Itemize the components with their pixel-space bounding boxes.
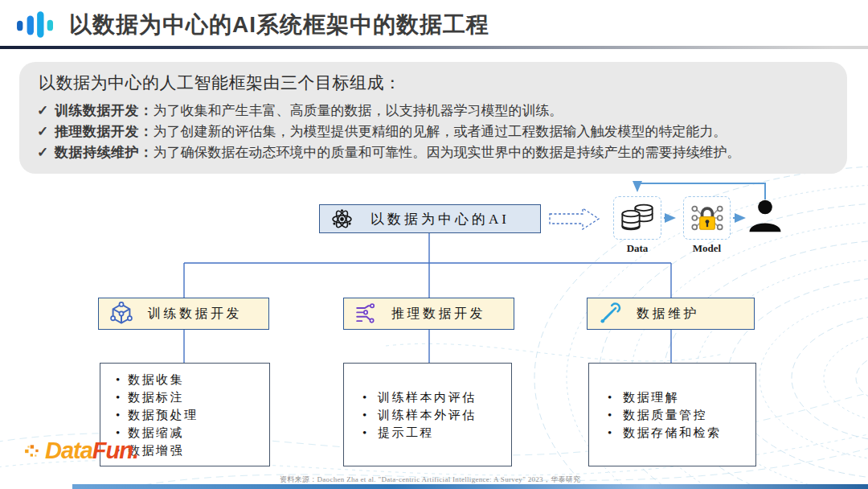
list-item: 训练样本外评估 xyxy=(354,406,511,424)
branch-box-training-data: 训练数据开发 xyxy=(98,298,269,330)
list-item: 数据预处理 xyxy=(110,406,269,424)
data-node-label: Data xyxy=(613,242,661,255)
branch-list-data-maintenance: 数据理解 数据质量管控 数据存储和检索 xyxy=(588,363,756,466)
circuit-icon xyxy=(354,302,377,325)
list-item: 数据理解 xyxy=(599,388,755,406)
model-node xyxy=(683,196,731,240)
datafun-logo: DataFun. xyxy=(24,438,138,464)
list-item: 提示工程 xyxy=(354,424,511,442)
tools-icon xyxy=(598,302,622,326)
slide: 以数据为中心的AI系统框架中的数据工程 以数据为中心的人工智能框架由三个目标组成… xyxy=(0,0,868,489)
branch-box-data-maintenance: 数据维护 xyxy=(587,298,755,330)
logo-text-fun: Fun. xyxy=(92,438,138,463)
list-item: 数据收集 xyxy=(110,371,269,388)
root-node-label: 以数据为中心的AI xyxy=(371,210,510,228)
locked-model-icon xyxy=(689,202,726,234)
list-item: 训练样本内评估 xyxy=(354,388,511,406)
cube-network-icon xyxy=(109,302,133,326)
data-node xyxy=(613,196,661,240)
branch-title: 训练数据开发 xyxy=(148,306,242,323)
database-icon xyxy=(620,202,655,234)
branch-box-inference-data: 推理数据开发 xyxy=(343,298,514,330)
list-item: 数据质量管控 xyxy=(599,406,755,424)
user-node xyxy=(747,199,784,234)
atom-icon xyxy=(331,208,353,230)
list-item: 数据存储和检索 xyxy=(599,424,755,442)
model-node-label: Model xyxy=(683,242,731,255)
branch-list-inference-data: 训练样本内评估 训练样本外评估 提示工程 xyxy=(343,363,512,466)
list-item: 数据标注 xyxy=(110,388,269,406)
root-node-data-centric-ai: 以数据为中心的AI xyxy=(319,204,541,233)
bottom-accent-bar xyxy=(72,484,868,489)
branch-title: 数据维护 xyxy=(637,306,699,323)
logo-text-data: Data xyxy=(45,438,92,463)
dashed-arrow-icon xyxy=(549,208,600,230)
branch-title: 推理数据开发 xyxy=(391,306,485,323)
person-icon xyxy=(747,199,784,234)
datafun-pixels-icon xyxy=(24,442,42,460)
